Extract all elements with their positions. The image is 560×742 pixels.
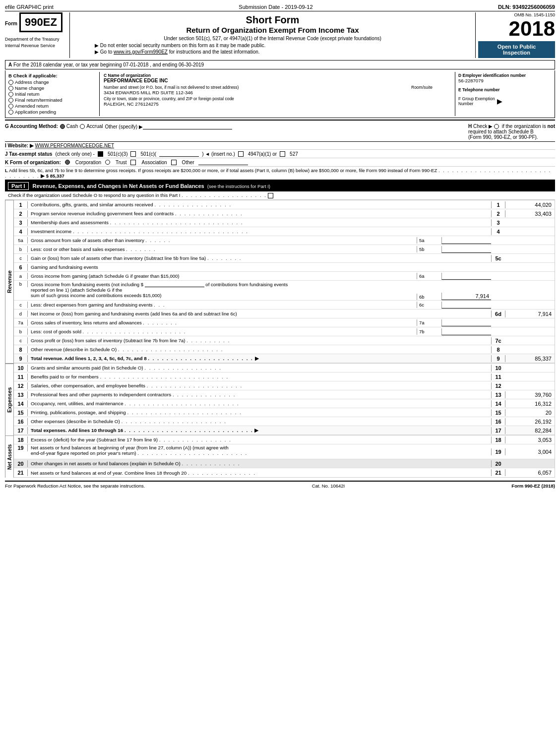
line-6b-subfield: 7,914 (441, 293, 491, 300)
form-subtitle: Under section 501(c), 527, or 4947(a)(1)… (75, 36, 470, 41)
line-5b: b Less: cost or other basis and sales ex… (14, 245, 555, 254)
revenue-lines: 1 Contributions, gifts, grants, and simi… (14, 200, 555, 364)
h-section: H Check ▶ if the organization is not req… (468, 124, 555, 140)
line-5b-num: b (14, 246, 28, 252)
check-address-change: Address change (8, 79, 96, 85)
line-5b-desc: Less: cost or other basis and sales expe… (28, 246, 417, 252)
revenue-section: Revenue 1 Contributions, gifts, grants, … (5, 200, 555, 364)
form-l-amount: ▶ $ 85,337 (41, 173, 64, 179)
form-number: 990EZ (25, 16, 57, 28)
address-label: Number and street (or P.O. box, if mail … (104, 85, 406, 90)
part1-instructions: (see the instructions for Part I) (207, 184, 270, 189)
line-10-num: 10 (14, 365, 28, 371)
other-option: Other (specify) ▶ (105, 124, 232, 129)
line-15-desc: Printing, publications, postage, and shi… (28, 409, 491, 416)
line-6c-sublabel: 6c (417, 302, 441, 308)
line-7a: 7a Gross sales of inventory, less return… (14, 318, 555, 327)
net-assets-section: Net Assets 18 Excess or (deficit) for th… (5, 435, 555, 478)
line-5a-sublabel: 5a (417, 237, 441, 244)
line-21: 21 Net assets or fund balances at end of… (14, 468, 555, 477)
line-7a-num: 7a (14, 319, 28, 326)
line-16-amount: 26,192 (505, 418, 555, 425)
line-5b-subfield (441, 246, 491, 253)
line-6b-sublabel: 6b (417, 294, 441, 300)
city-value: RALEIGH, NC 276124275 (104, 101, 451, 107)
line-4-num: 4 (14, 228, 28, 235)
line-19-desc: Net assets or fund balances at beginning… (28, 444, 491, 456)
dln-number: DLN: 93492256006059 (498, 4, 555, 10)
ein-value: 56-2287079 (458, 78, 552, 83)
part1-header: Part I Revenue, Expenses, and Changes in… (5, 181, 555, 191)
line-8-desc: Other revenue (describe in Schedule O) .… (28, 346, 491, 353)
footer-left: For Paperwork Reduction Act Notice, see … (5, 483, 145, 489)
line-5c: c Gain or (loss) from sale of assets oth… (14, 254, 555, 263)
part1-label: Part I (8, 182, 29, 190)
line-6d-desc: Net income or (loss) from gaming and fun… (28, 310, 491, 317)
line-20: 20 Other changes in net assets or fund b… (14, 459, 555, 468)
line-20-num: 20 (14, 460, 28, 467)
line-18-num: 18 (14, 436, 28, 443)
section-a-ending: , and ending 06-30-2019 (150, 62, 204, 67)
line-19-num: 19 (14, 444, 28, 451)
website-row: I Website: ▶ WWW.PERFORMANCEEDGE.NET (5, 142, 555, 150)
line-19-ref: 19 (491, 448, 505, 455)
final-return-label: Final return/terminated (15, 97, 62, 103)
line-14-desc: Occupancy, rent, utilities, and maintena… (28, 400, 491, 407)
line-12-ref: 12 (491, 382, 505, 389)
line-17-desc: Total expenses. Add lines 10 through 16 … (28, 427, 491, 433)
line-10-ref: 10 (491, 365, 505, 371)
line-7b-num: b (14, 328, 28, 335)
line-19: 19 Net assets or fund balances at beginn… (14, 444, 555, 459)
line-13-desc: Professional fees and other payments to … (28, 391, 491, 398)
line-3: 3 Membership dues and assessments . . . … (14, 218, 555, 227)
line-6-num: 6 (14, 264, 28, 271)
line-15-num: 15 (14, 409, 28, 416)
line-13-ref: 13 (491, 391, 505, 398)
accrual-label: Accrual (86, 124, 103, 129)
line-18: 18 Excess or (deficit) for the year (Sub… (14, 435, 555, 444)
form-k-row: K Form of organization: Corporation Trus… (5, 158, 555, 167)
form-header: Form 990EZ Department of the Treasury In… (5, 12, 555, 58)
line-9-num: 9 (14, 355, 28, 362)
line-7b-subfield (441, 328, 491, 335)
initial-return-label: Initial return (15, 91, 40, 97)
instruction2: ▶ Go to www.irs.gov/Form990EZ for instru… (75, 49, 470, 55)
line-7a-desc: Gross sales of inventory, less returns a… (28, 319, 417, 326)
line-6a-desc: Gross income from gaming (attach Schedul… (28, 273, 417, 279)
line-6b: b Gross income from fundraising events (… (14, 281, 555, 301)
line-6d-num: d (14, 310, 28, 317)
line-13-amount: 39,760 (505, 391, 555, 398)
line-14-num: 14 (14, 400, 28, 407)
line-13: 13 Professional fees and other payments … (14, 390, 555, 399)
line-5c-desc: Gain or (loss) from sale of assets other… (28, 255, 491, 261)
line-18-desc: Excess or (deficit) for the year (Subtra… (28, 436, 491, 443)
line-1-ref: 1 (491, 201, 505, 208)
line-2-ref: 2 (491, 210, 505, 217)
line-13-num: 13 (14, 391, 28, 398)
line-6a: a Gross income from gaming (attach Sched… (14, 272, 555, 281)
accounting-row: G Accounting Method: Cash Accrual Other … (5, 122, 555, 142)
line-20-ref: 20 (491, 460, 505, 467)
address-value: 3434 EDWARDS MILL RD SUITE 112-346 (104, 90, 406, 95)
line-3-desc: Membership dues and assessments . . . . … (28, 219, 491, 226)
line-14-ref: 14 (491, 400, 505, 407)
line-20-desc: Other changes in net assets or fund bala… (28, 460, 491, 467)
line-1-amount: 44,020 (505, 201, 555, 208)
line-6b-desc: Gross income from fundraising events (no… (28, 281, 417, 299)
line-14: 14 Occupancy, rent, utilities, and maint… (14, 399, 555, 408)
line-5c-num: c (14, 255, 28, 261)
line-6d: d Net income or (loss) from gaming and f… (14, 309, 555, 318)
line-5a-num: 5a (14, 237, 28, 244)
amended-return-label: Amended return (15, 103, 49, 109)
line-7c: c Gross profit or (loss) from sales of i… (14, 336, 555, 345)
room-suite-label: Room/suite (411, 85, 451, 90)
line-5a: 5a Gross amount from sale of assets othe… (14, 236, 555, 245)
line-14-amount: 16,312 (505, 400, 555, 407)
line-8: 8 Other revenue (describe in Schedule O)… (14, 345, 555, 354)
application-pending-label: Application pending (15, 109, 56, 115)
line-2-desc: Program service revenue including govern… (28, 210, 491, 217)
line-17: 17 Total expenses. Add lines 10 through … (14, 426, 555, 435)
line-3-ref: 3 (491, 219, 505, 226)
form-l-row: L Add lines 5b, 6c, and 7b to line 9 to … (5, 167, 555, 181)
line-17-amount: 82,284 (505, 427, 555, 434)
